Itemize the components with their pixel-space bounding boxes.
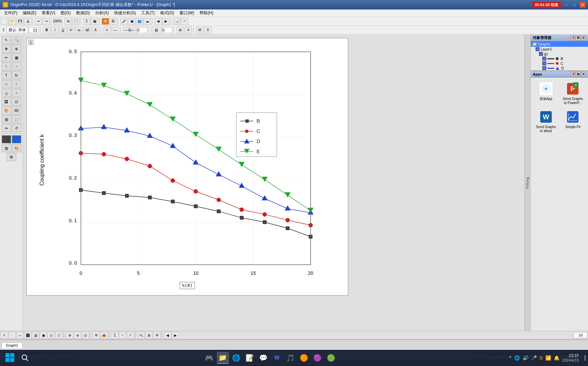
tree-g1[interactable]: ✓ g1 (531, 52, 588, 56)
scale-tool[interactable]: ⇔ (2, 124, 11, 132)
bt-merge[interactable]: ⊞ (145, 332, 153, 339)
menu-edit[interactable]: 编辑(E) (20, 9, 39, 17)
menu-graph[interactable]: 图(G) (58, 9, 73, 17)
bt-pie[interactable]: ◴ (47, 332, 55, 339)
bold-btn[interactable]: B (43, 27, 50, 34)
lang-btn[interactable]: 英 (109, 18, 117, 25)
tray-arrow[interactable]: ^ (509, 355, 511, 361)
color-fill2[interactable] (12, 135, 21, 143)
curve-tool[interactable]: ~ (12, 89, 21, 97)
obj-close-btn[interactable]: ✕ (581, 36, 586, 40)
layer1-check[interactable]: ✓ (536, 47, 540, 51)
taskbar-notepad[interactable]: 📝 (244, 352, 256, 364)
bt-fit[interactable]: ⊡ (82, 332, 89, 339)
taskbar-folder[interactable]: 📁 (217, 352, 229, 364)
bt-fit2[interactable]: ~ (119, 332, 126, 339)
line-tool[interactable]: \ (2, 62, 11, 70)
underline-btn[interactable]: U (59, 27, 67, 34)
align-left-btn[interactable]: ≡ (103, 27, 111, 34)
fit-btn[interactable]: ~ (181, 18, 188, 25)
text-tool[interactable]: T (2, 71, 11, 79)
fill-input[interactable] (162, 27, 172, 33)
b-check[interactable]: ✓ (542, 57, 546, 61)
bt-line[interactable]: — (16, 332, 24, 339)
unmerge-btn[interactable]: ✕ (185, 27, 192, 34)
superscript-btn[interactable]: x² (67, 27, 75, 34)
tray-mic[interactable]: 🎤 (531, 355, 537, 361)
menu-tools[interactable]: 工具(T) (139, 9, 157, 17)
apps-float-btn[interactable]: ⧉ (576, 72, 581, 77)
mrow-btn[interactable]: M (196, 27, 204, 34)
menu-help[interactable]: 帮助(H) (197, 9, 216, 17)
input-method-btn[interactable]: S (102, 18, 109, 25)
c-check[interactable]: ✓ (542, 61, 546, 65)
brush-tool[interactable]: 🎨 (2, 106, 11, 115)
undo-btn[interactable]: ↩ (35, 18, 42, 25)
bt-copy-graph[interactable]: ⧉ (92, 332, 100, 339)
palette-tool[interactable]: 🎨 (12, 144, 21, 152)
page-input[interactable] (574, 332, 587, 338)
bt-calc[interactable]: = (127, 332, 134, 339)
bt-export[interactable]: 📤 (100, 332, 108, 339)
graph-btn[interactable]: 📊 (173, 18, 181, 25)
open-btn[interactable]: 📂 (8, 18, 16, 25)
obj-pin-btn[interactable]: 📌 (570, 36, 575, 40)
tray-input-method[interactable]: S (540, 355, 543, 361)
bt-bar[interactable]: ▤ (32, 332, 39, 339)
bt-prev-page[interactable]: ◀ (164, 332, 171, 339)
nav-left[interactable]: ◀ (154, 18, 162, 25)
color-fill1[interactable] (2, 135, 11, 143)
pan-tool[interactable]: ✥ (2, 45, 11, 53)
screen-btn[interactable]: ▣ (128, 18, 135, 25)
polygon-tool[interactable]: △ (2, 89, 11, 97)
tray-wifi[interactable]: 📶 (545, 355, 551, 361)
mic-btn[interactable]: 🎤 (120, 18, 128, 25)
menu-data[interactable]: 数据(D) (74, 9, 93, 17)
bt-scatter[interactable]: ⬛ (24, 332, 31, 339)
tree-series-c[interactable]: ✓ C (531, 61, 588, 66)
minimize-button[interactable]: ─ (564, 2, 569, 7)
tray-network[interactable]: 🌐 (514, 355, 520, 361)
region-tool[interactable]: ⬚ (12, 115, 21, 123)
search-taskbar[interactable] (19, 352, 31, 364)
taskbar-wechat[interactable]: 💬 (257, 352, 270, 364)
pointer-tool[interactable]: ↖ (2, 36, 11, 44)
print-btn[interactable]: 🖨 (24, 18, 31, 25)
arrow-tool[interactable]: → (12, 62, 21, 70)
x-axis-label[interactable]: %(̈X) (180, 282, 195, 289)
tree-layer1[interactable]: ✓ Layer1 (531, 47, 588, 52)
taskbar-browser[interactable]: 🌐 (230, 352, 243, 364)
taskbar-app2[interactable]: 🟣 (312, 352, 324, 364)
tree-graph1[interactable]: 📁 Graph1 (531, 41, 588, 47)
menu-quick[interactable]: 快捷分析(S) (111, 9, 139, 17)
alpha-btn[interactable]: αβ (84, 27, 91, 34)
line-width-input[interactable] (137, 27, 147, 33)
menu-view[interactable]: 查看(V) (39, 9, 58, 17)
show-desktop[interactable]: ▕ (582, 355, 585, 361)
italic-btn[interactable]: I (51, 27, 59, 34)
send-word-item[interactable]: W Send Graphs to Word (533, 108, 559, 135)
maximize-button[interactable]: □ (572, 2, 577, 7)
close-button[interactable]: ✕ (580, 2, 585, 7)
line-sep[interactable]: — (111, 27, 119, 34)
menu-window[interactable]: 窗口(W) (177, 9, 197, 17)
add-app-item[interactable]: + 添加App (533, 80, 559, 106)
taskbar-clock[interactable]: 23:37 2024/4/15 (562, 353, 579, 362)
obj-float-btn[interactable]: ⧉ (576, 36, 581, 40)
formula-tool[interactable]: fx (12, 71, 21, 79)
tree-series-d[interactable]: ✓ D (531, 66, 588, 70)
start-button[interactable] (3, 350, 18, 365)
table-tool[interactable]: ▦ (12, 54, 21, 62)
simple-fit-item[interactable]: Simple Fit (561, 108, 586, 135)
font-color-btn[interactable]: A (92, 27, 99, 34)
menu-file[interactable]: 文件(F) (1, 9, 20, 17)
bt-next-page[interactable]: ▶ (172, 332, 179, 339)
grid-tool[interactable]: ⊞ (7, 153, 16, 161)
menu-analysis[interactable]: 分析(A) (92, 9, 111, 17)
taskbar-game[interactable]: 🎮 (203, 352, 215, 364)
paste-btn[interactable]: 📋 (72, 18, 80, 25)
image-tool[interactable]: 🖼 (2, 98, 11, 106)
bt-zoom-in[interactable]: ⊕ (66, 332, 74, 339)
save-btn[interactable]: 💾 (16, 18, 24, 25)
copy-btn[interactable]: ⧉ (64, 18, 72, 25)
